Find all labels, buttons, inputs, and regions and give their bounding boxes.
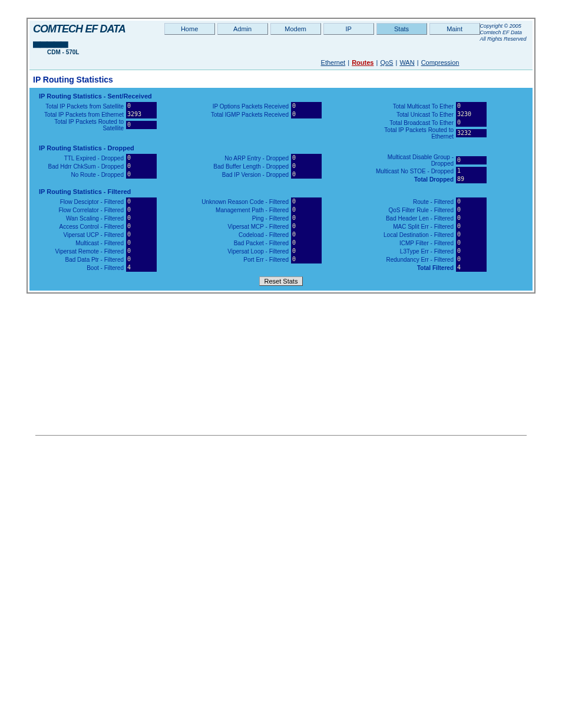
stat-row: ICMP Filter - Filtered0 xyxy=(365,239,527,247)
stat-label: Management Path - Filtered xyxy=(200,207,291,213)
stat-label: Codeload - Filtered xyxy=(200,232,291,238)
stat-value: 0 xyxy=(126,154,157,162)
stat-value: 3293 xyxy=(126,110,157,118)
stat-value: 0 xyxy=(291,197,322,206)
stat-label: Total IP Packets from Satellite xyxy=(35,103,126,110)
stat-label: Total Multicast To Ether xyxy=(365,103,456,110)
stat-value: 0 xyxy=(456,197,487,206)
sub-nav: Ethernet | Routes | QoS | WAN | Compress… xyxy=(247,59,533,66)
stat-value: 0 xyxy=(126,222,157,230)
stat-row: Port Err - Filtered0 xyxy=(200,255,362,263)
stat-row: IP Options Packets Received0 xyxy=(200,102,362,110)
stat-row: Local Destination - Filtered0 xyxy=(365,230,527,239)
stat-label: Total Unicast To Ether xyxy=(365,111,456,118)
stat-value: 1 xyxy=(456,167,487,175)
stat-label: Unknown Reason Code - Filtered xyxy=(200,199,291,205)
stat-row: QoS Filter Rule - Filtered0 xyxy=(365,206,527,214)
stat-value: 3230 xyxy=(456,110,487,118)
footer-rule xyxy=(35,435,527,436)
stat-label: No Route - Dropped xyxy=(35,172,126,178)
subnav-ethernet[interactable]: Ethernet xyxy=(321,59,346,66)
stat-label: Redundancy Err - Filtered xyxy=(365,256,456,263)
stat-value: 0 xyxy=(456,156,487,164)
stat-row: Bad Data Ptr - Filtered0 xyxy=(35,255,197,263)
stat-label: Flow Desciptor - Filtered xyxy=(35,199,126,205)
stat-label: Total IGMP Packets Received xyxy=(200,111,291,118)
main-tabs: HomeAdminModemIPStatsMaint xyxy=(164,23,480,35)
stat-label: Bad Header Len - Filtered xyxy=(365,215,456,222)
stat-value: 0 xyxy=(126,239,157,247)
logo: COMTECH EF DATA ▄▄▄▄▄ xyxy=(33,23,141,48)
stat-row: Total IP Packets from Satellite0 xyxy=(35,102,197,110)
stat-value: 0 xyxy=(291,247,322,255)
stat-row: Bad Buffer Length - Dropped0 xyxy=(200,162,362,170)
stat-label: Multicast - Filtered xyxy=(35,240,126,246)
stat-row: Vipersat Remote - Filtered0 xyxy=(35,247,197,255)
stat-row: Total IP Packets Routed to Ethernet3232 xyxy=(365,127,527,140)
stat-row: Flow Correlator - Filtered0 xyxy=(35,206,197,214)
stat-value: 4 xyxy=(456,263,487,272)
stat-label: Ping - Filtered xyxy=(200,215,291,222)
section-heading: IP Routing Statistics - Sent/Received xyxy=(39,93,530,100)
tab-modem[interactable]: Modem xyxy=(270,23,321,35)
stat-value: 0 xyxy=(126,247,157,255)
subnav-wan[interactable]: WAN xyxy=(399,59,414,66)
stat-label: Total Filtered xyxy=(365,265,456,271)
section-heading: IP Routing Statistics - Dropped xyxy=(39,144,530,151)
tab-maint[interactable]: Maint xyxy=(429,23,480,35)
stat-value: 0 xyxy=(126,206,157,214)
stat-value: 0 xyxy=(291,222,322,230)
subnav-compression[interactable]: Compression xyxy=(421,59,459,66)
stat-label: Total Dropped xyxy=(365,176,456,183)
stat-value: 0 xyxy=(456,102,487,110)
stat-row: Total Dropped89 xyxy=(365,175,527,183)
stat-value: 0 xyxy=(456,247,487,255)
copyright: Copyright © 2005 Comtech EF Data All Rig… xyxy=(480,23,529,42)
model-label: CDM - 570L xyxy=(47,49,533,55)
reset-stats-button[interactable]: Reset Stats xyxy=(259,276,303,286)
stat-label: ICMP Filter - Filtered xyxy=(365,240,456,246)
tab-admin[interactable]: Admin xyxy=(217,23,268,35)
stat-label: IP Options Packets Received xyxy=(200,103,291,110)
stat-label: Wan Scaling - Filtered xyxy=(35,215,126,222)
stat-row: Vipersat Loop - Filtered0 xyxy=(200,247,362,255)
stat-value: 3232 xyxy=(456,129,487,137)
stat-row: Multicast - Filtered0 xyxy=(35,239,197,247)
stats-panel: IP Routing Statistics - Sent/ReceivedTot… xyxy=(29,88,533,291)
subnav-qos[interactable]: QoS xyxy=(380,59,393,66)
stat-label: MAC Split Err - Filtered xyxy=(365,223,456,230)
stat-value: 0 xyxy=(456,214,487,222)
stat-row: No Route - Dropped0 xyxy=(35,170,197,179)
stat-row: Codeload - Filtered0 xyxy=(200,230,362,239)
stat-label: Total IP Packets from Ethernet xyxy=(35,111,126,118)
stat-value: 0 xyxy=(291,110,322,118)
stat-label: Bad Hdrr ChkSum - Dropped xyxy=(35,163,126,170)
stat-value: 0 xyxy=(291,230,322,239)
stat-row: Route - Filtered0 xyxy=(365,197,527,206)
stat-value: 0 xyxy=(456,222,487,230)
stat-label: L3Type Err - Filtered xyxy=(365,248,456,255)
stat-row: Unknown Reason Code - Filtered0 xyxy=(200,197,362,206)
stat-row: L3Type Err - Filtered0 xyxy=(365,247,527,255)
subnav-routes[interactable]: Routes xyxy=(352,59,373,66)
stats-grid: Total IP Packets from Satellite0Total IP… xyxy=(35,102,527,140)
stat-label: Bad Packet - Filtered xyxy=(200,240,291,246)
stat-label: Bad Buffer Length - Dropped xyxy=(200,163,291,170)
stat-row: Wan Scaling - Filtered0 xyxy=(35,214,197,222)
tab-ip[interactable]: IP xyxy=(323,23,374,35)
stat-value: 0 xyxy=(291,162,322,170)
stat-value: 0 xyxy=(126,230,157,239)
tab-stats[interactable]: Stats xyxy=(376,23,427,35)
stat-value: 0 xyxy=(456,206,487,214)
stat-label: QoS Filter Rule - Filtered xyxy=(365,207,456,213)
stat-row: Total Filtered4 xyxy=(365,263,527,272)
stat-label: Flow Correlator - Filtered xyxy=(35,207,126,213)
stat-row: Total IP Packets from Ethernet3293 xyxy=(35,110,197,118)
stat-row: Bad Packet - Filtered0 xyxy=(200,239,362,247)
stat-label: Bad Data Ptr - Filtered xyxy=(35,256,126,263)
stat-label: Boot - Filtered xyxy=(35,265,126,271)
stat-row: Bad Hdrr ChkSum - Dropped0 xyxy=(35,162,197,170)
tab-home[interactable]: Home xyxy=(164,23,215,35)
stat-value: 0 xyxy=(456,118,487,127)
stat-value: 0 xyxy=(291,255,322,263)
